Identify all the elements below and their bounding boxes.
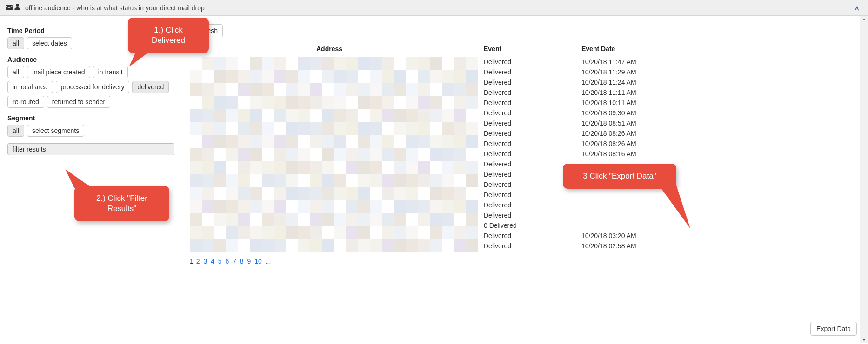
audience-processed-for-delivery[interactable]: processed for delivery — [56, 81, 130, 93]
cell-event: Delivered — [484, 160, 581, 168]
refresh-button[interactable]: Refresh — [190, 24, 223, 37]
cell-event: 0 Delivered — [484, 222, 581, 229]
cell-event_date: 10/20/18 11:24 AM — [581, 79, 693, 86]
audience-mail-piece-created[interactable]: mail piece created — [27, 66, 90, 78]
col-event-date: Event Date — [581, 45, 693, 53]
cell-event: Delivered — [484, 79, 581, 86]
table-row: Delivered10/20/18 11:11 AM — [190, 87, 861, 98]
cell-event: Delivered — [484, 109, 581, 117]
panel-title: offline audience - who is at what status… — [25, 4, 205, 12]
time-period-label: Time Period — [7, 27, 174, 34]
page-current: 1 — [190, 258, 194, 265]
table-row: Delivered10/20/18 11:24 AM — [190, 77, 861, 87]
pagination: 1 2 3 4 5 6 7 8 9 10 ... — [190, 258, 861, 265]
page-link[interactable]: ... — [266, 258, 271, 265]
segment-select-segments[interactable]: select segments — [27, 125, 84, 137]
table-row: Delivered10/20/18 02:58 AM — [190, 241, 861, 251]
page-link[interactable]: 5 — [218, 258, 222, 265]
table-row: Delivered10/20/18 09:30 AM — [190, 108, 861, 118]
table-body: Delivered10/20/18 11:47 AMDelivered10/20… — [190, 57, 861, 251]
cell-event: Delivered — [484, 171, 581, 178]
col-name: Name — [191, 45, 316, 53]
table-row: Delivered — [190, 169, 861, 179]
table-row: Delivered10/20/18 03:20 AM — [190, 231, 861, 241]
cell-event: Delivered — [484, 119, 581, 127]
cell-event_date: 10/20/18 11:29 AM — [581, 68, 693, 76]
table-row: Delivered10/20/18 08:16 AM — [190, 149, 861, 159]
table-row: Delivered — [190, 179, 861, 190]
audience-re-routed[interactable]: re-routed — [7, 96, 44, 108]
audience-label: Audience — [7, 56, 174, 63]
page-link[interactable]: 2 — [196, 258, 200, 265]
cell-event: Delivered — [484, 191, 581, 198]
audience-returned-to-sender[interactable]: returned to sender — [47, 96, 110, 108]
cell-event: Delivered — [484, 232, 581, 239]
panel-header: offline audience - who is at what status… — [0, 0, 868, 16]
results-panel: Refresh Name Address Event Event Date De… — [182, 16, 868, 343]
scroll-down-icon[interactable]: ▾ — [863, 337, 865, 343]
page-link[interactable]: 7 — [233, 258, 236, 265]
table-row: Delivered — [190, 200, 861, 210]
col-address: Address — [316, 45, 484, 53]
table-row: Delivered10/20/18 10:11 AM — [190, 98, 861, 108]
cell-event_date: 10/20/18 09:30 AM — [581, 109, 693, 117]
cell-event: Delivered — [484, 212, 581, 219]
table-row: Delivered10/20/18 08:51 AM — [190, 118, 861, 128]
cell-event: Delivered — [484, 140, 581, 147]
cell-event: Delivered — [484, 89, 581, 96]
export-data-button[interactable]: Export Data — [810, 322, 857, 336]
page-link[interactable]: 3 — [203, 258, 207, 265]
table-row: Delivered10/20/18 08:26 AM — [190, 139, 861, 149]
page-link[interactable]: 8 — [240, 258, 244, 265]
page-link[interactable]: 9 — [247, 258, 251, 265]
cell-event: Delivered — [484, 68, 581, 76]
segment-group: all select segments — [7, 125, 174, 137]
cell-event_date: 10/20/18 10:11 AM — [581, 99, 693, 106]
table-row: 0 Delivered — [190, 220, 861, 231]
page-link[interactable]: 6 — [225, 258, 229, 265]
collapse-toggle[interactable]: ᴧ — [855, 4, 862, 12]
table-row: Delivered — [190, 190, 861, 200]
table-row: Delivered10/20/18 08:26 AM — [190, 128, 861, 139]
col-event: Event — [484, 45, 581, 53]
vertical-scrollbar[interactable]: ▴ ▾ — [860, 16, 868, 343]
segment-all[interactable]: all — [7, 125, 24, 137]
cell-event: Delivered — [484, 150, 581, 158]
cell-event: Delivered — [484, 99, 581, 106]
segment-label: Segment — [7, 114, 174, 122]
scroll-up-icon[interactable]: ▴ — [863, 16, 865, 22]
cell-event_date: 10/20/18 11:47 AM — [581, 58, 693, 66]
cell-event: Delivered — [484, 130, 581, 137]
table-row: Delivered — [190, 210, 861, 220]
user-icon — [14, 4, 20, 12]
audience-in-transit[interactable]: in transit — [93, 66, 128, 78]
cell-event_date: 10/20/18 08:16 AM — [581, 150, 693, 158]
envelope-icon — [6, 4, 13, 12]
table-row: Delivered10/20/18 11:47 AM — [190, 57, 861, 67]
cell-event: Delivered — [484, 201, 581, 209]
cell-event_date: 10/20/18 08:26 AM — [581, 130, 693, 137]
audience-group: all mail piece created in transit in loc… — [7, 66, 174, 108]
time-period-group: all select dates — [7, 37, 174, 49]
page-link[interactable]: 4 — [211, 258, 214, 265]
cell-event_date: 10/20/18 08:51 AM — [581, 119, 693, 127]
page-link[interactable]: 10 — [254, 258, 262, 265]
cell-event_date: 10/20/18 08:26 AM — [581, 140, 693, 147]
filter-results-button[interactable]: filter results — [7, 143, 174, 155]
cell-event: Delivered — [484, 58, 581, 66]
time-period-select-dates[interactable]: select dates — [27, 37, 72, 49]
audience-in-local-area[interactable]: in local area — [7, 81, 53, 93]
cell-event: Delivered — [484, 242, 581, 250]
table-row: Delivered10/20/18 11:29 AM — [190, 67, 861, 77]
table-row: Delivered — [190, 159, 861, 169]
time-period-all[interactable]: all — [7, 37, 24, 49]
cell-event_date: 10/20/18 02:58 AM — [581, 242, 693, 250]
cell-event_date: 10/20/18 11:11 AM — [581, 89, 693, 96]
audience-all[interactable]: all — [7, 66, 24, 78]
cell-event: Delivered — [484, 181, 581, 188]
cell-event_date: 10/20/18 03:20 AM — [581, 232, 693, 239]
filters-sidebar: Time Period all select dates Audience al… — [0, 16, 182, 343]
audience-delivered[interactable]: delivered — [132, 81, 169, 93]
table-header: Name Address Event Event Date — [190, 44, 861, 54]
